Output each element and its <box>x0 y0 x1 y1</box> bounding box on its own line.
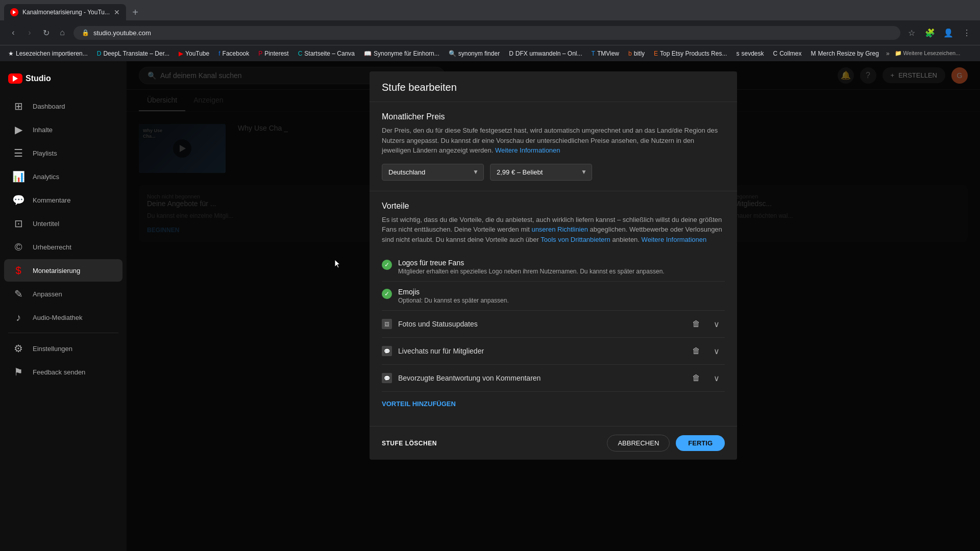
footer-actions: ABBRECHEN FERTIG <box>607 435 725 452</box>
tools-link[interactable]: Tools von Drittanbietern <box>541 236 610 243</box>
modal-stufe-bearbeiten: Stufe bearbeiten Monatlicher Preis Der P… <box>370 71 737 460</box>
bookmark-etsy[interactable]: E Top Etsy Products Res... <box>650 49 731 58</box>
sidebar-item-dashboard[interactable]: ⊞ Dashboard <box>4 95 122 117</box>
back-button[interactable]: ‹ <box>6 26 20 40</box>
bookmark-youtube[interactable]: ▶ YouTube <box>175 49 213 58</box>
sidebar-item-label: Anpassen <box>33 290 62 298</box>
tab-title: Kanalmonetarisierung - YouTu... <box>22 9 110 16</box>
fotos-delete-btn[interactable]: 🗑 <box>688 316 704 332</box>
sidebar-item-einstellungen[interactable]: ⚙ Einstellungen <box>4 337 122 360</box>
bookmark-synonyme[interactable]: 📖 Synonyme für Einhorn... <box>360 49 444 58</box>
app: Studio ⊞ Dashboard ▶ Inhalte ☰ Playlists… <box>0 61 980 551</box>
sidebar-item-kommentare[interactable]: 💬 Kommentare <box>4 189 122 211</box>
bookmark-collmex[interactable]: C Collmex <box>769 49 805 58</box>
address-bar: ‹ › ↻ ⌂ 🔒 studio.youtube.com ☆ 🧩 👤 ⋮ <box>0 20 980 45</box>
analytics-icon: 📊 <box>12 170 24 183</box>
forward-button[interactable]: › <box>22 26 37 40</box>
bookmark-facebook[interactable]: f Facebook <box>214 49 253 58</box>
bookmark-star[interactable]: ☆ <box>904 26 919 40</box>
sidebar-item-analytics[interactable]: 📊 Analytics <box>4 165 122 188</box>
yt-studio-logo[interactable]: Studio <box>8 73 51 84</box>
emojis-check-icon: ✓ <box>382 289 392 299</box>
studio-label: Studio <box>26 74 51 83</box>
main-content: 🔍 Auf deinem Kanal suchen 🔔 ? + ERSTELLE… <box>127 61 980 551</box>
price-select[interactable]: 2,99 € – Beliebt 4,99 € 9,99 € 14,99 € <box>490 164 592 181</box>
sidebar-item-label: Audio-Mediathek <box>33 314 83 321</box>
country-select[interactable]: Deutschland USA UK Frankreich <box>382 164 484 181</box>
inhalte-icon: ▶ <box>12 123 24 136</box>
monthly-price-section: Monatlicher Preis Der Preis, den du für … <box>370 102 737 191</box>
weitere-lesezeichen[interactable]: 📁 Weitere Lesezeichen... <box>895 50 961 57</box>
bookmark-tmview[interactable]: T TMView <box>587 49 623 58</box>
menu-btn[interactable]: ⋮ <box>960 26 974 40</box>
more-bookmarks-btn[interactable]: » <box>886 50 890 57</box>
bookmark-sevdesk[interactable]: s sevdesk <box>732 49 768 58</box>
country-select-wrapper: Deutschland USA UK Frankreich ▼ <box>382 164 484 181</box>
bookmark-deepl[interactable]: D DeepL Translate – Der... <box>93 49 174 58</box>
bookmark-synonym-finder[interactable]: 🔍 synonym finder <box>445 49 504 58</box>
sidebar-item-untertitel[interactable]: ⊡ Untertitel <box>4 212 122 235</box>
vorteile-section: Vorteile Es ist wichtig, dass du die Vor… <box>370 191 737 427</box>
livechats-expand-btn[interactable]: ∨ <box>708 343 725 359</box>
new-tab-button[interactable]: + <box>128 5 142 19</box>
sidebar-item-urheberrecht[interactable]: © Urheberrecht <box>4 236 122 258</box>
benefit-row-livechats: 💬 Livechats nur für Mitglieder 🗑 ∨ <box>382 338 725 365</box>
sidebar-item-inhalte[interactable]: ▶ Inhalte <box>4 118 122 141</box>
kommentare-expand-btn[interactable]: ∨ <box>708 370 725 386</box>
weitere-info-link[interactable]: Weitere Informationen <box>495 146 560 154</box>
sidebar-item-playlists[interactable]: ☰ Playlists <box>4 142 122 164</box>
kommentare-actions: 🗑 ∨ <box>688 370 725 386</box>
extensions-btn[interactable]: 🧩 <box>923 26 937 40</box>
bookmark-merch[interactable]: M Merch Resize by Greg <box>807 49 883 58</box>
reload-button[interactable]: ↻ <box>39 26 53 40</box>
livechats-icon: 💬 <box>382 346 392 356</box>
benefit-logos-content: Logos für treue Fans Mitglieder erhalten… <box>398 259 725 275</box>
bookmark-pinterest[interactable]: P Pinterest <box>254 49 292 58</box>
sidebar: Studio ⊞ Dashboard ▶ Inhalte ☰ Playlists… <box>0 61 127 551</box>
modal-overlay[interactable]: Stufe bearbeiten Monatlicher Preis Der P… <box>127 61 980 551</box>
kommentare-delete-btn[interactable]: 🗑 <box>688 370 704 386</box>
cancel-button[interactable]: ABBRECHEN <box>607 435 670 452</box>
done-button[interactable]: FERTIG <box>676 435 725 451</box>
fotos-actions: 🗑 ∨ <box>688 316 725 332</box>
browser-actions: ☆ 🧩 👤 ⋮ <box>904 26 974 40</box>
benefit-row-kommentare: 💬 Bevorzugte Beantwortung von Kommentare… <box>382 365 725 392</box>
bookmark-bitly[interactable]: b bitly <box>624 49 649 58</box>
logos-check-icon: ✓ <box>382 260 392 270</box>
sidebar-item-audio-mediathek[interactable]: ♪ Audio-Mediathek <box>4 306 122 329</box>
benefit-emojis: ✓ Emojis Optional: Du kannst es später a… <box>382 282 725 311</box>
nav-buttons: ‹ › ↻ ⌂ <box>6 26 69 40</box>
home-button[interactable]: ⌂ <box>55 26 69 40</box>
livechats-title: Livechats nur für Mitglieder <box>398 347 682 355</box>
benefit-emojis-desc: Optional: Du kannst es später anpassen. <box>398 297 725 304</box>
sidebar-header: Studio <box>0 67 127 94</box>
sidebar-item-anpassen[interactable]: ✎ Anpassen <box>4 283 122 305</box>
bookmark-lesezeichen[interactable]: ★ Lesezeichen importieren... <box>4 49 92 58</box>
audio-icon: ♪ <box>12 311 24 323</box>
vorteile-title: Vorteile <box>382 202 725 211</box>
active-tab[interactable]: Kanalmonetarisierung - YouTu... ✕ <box>4 4 126 20</box>
weitere-info-link2[interactable]: Weitere Informationen <box>642 236 707 243</box>
richtlinien-link[interactable]: unseren Richtlinien <box>531 226 588 233</box>
price-select-wrapper: 2,99 € – Beliebt 4,99 € 9,99 € 14,99 € ▼ <box>490 164 592 181</box>
profile-btn[interactable]: 👤 <box>941 26 955 40</box>
url-bar[interactable]: 🔒 studio.youtube.com <box>74 26 900 40</box>
livechats-delete-btn[interactable]: 🗑 <box>688 343 704 359</box>
tab-close-btn[interactable]: ✕ <box>114 8 120 16</box>
monthly-price-desc: Der Preis, den du für diese Stufe festge… <box>382 126 725 156</box>
untertitel-icon: ⊡ <box>12 217 24 230</box>
youtube-icon <box>8 73 22 84</box>
fotos-expand-btn[interactable]: ∨ <box>708 316 725 332</box>
bookmark-canva[interactable]: C Startseite – Canva <box>294 49 359 58</box>
monthly-price-title: Monatlicher Preis <box>382 112 725 121</box>
benefit-logos: ✓ Logos für treue Fans Mitglieder erhalt… <box>382 253 725 282</box>
bookmarks-bar: ★ Lesezeichen importieren... D DeepL Tra… <box>0 45 980 61</box>
sidebar-item-label: Feedback senden <box>33 368 85 376</box>
sidebar-item-feedback[interactable]: ⚑ Feedback senden <box>4 361 122 383</box>
delete-stufe-button[interactable]: STUFE LÖSCHEN <box>382 440 437 447</box>
dashboard-icon: ⊞ <box>12 100 24 112</box>
add-benefit-button[interactable]: VORTEIL HINZUFÜGEN <box>382 392 456 416</box>
sidebar-item-monetarisierung[interactable]: $ Monetarisierung <box>4 259 122 282</box>
bookmark-dfx[interactable]: D DFX umwandeln – Onl... <box>505 49 586 58</box>
feedback-icon: ⚑ <box>12 366 24 378</box>
